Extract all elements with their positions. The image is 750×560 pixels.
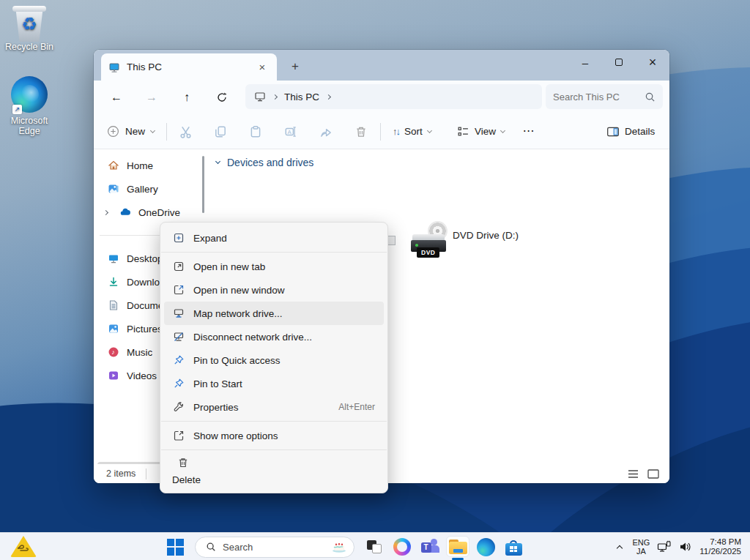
pictures-icon [108, 323, 119, 335]
menu-item-open-in-new-window[interactable]: Open in new window [164, 278, 384, 302]
search-highlight-cake-icon [332, 541, 346, 553]
volume-icon[interactable] [679, 541, 692, 553]
new-button[interactable]: New [107, 125, 155, 138]
taskbar: Search T [0, 532, 750, 560]
sidebar-scrollbar[interactable] [202, 156, 204, 213]
forward-button[interactable]: → [139, 86, 164, 109]
view-button[interactable]: View [457, 125, 505, 138]
teams-button[interactable]: T [416, 533, 444, 560]
chevron-down-icon [500, 127, 505, 132]
sidebar-item-gallery[interactable]: Gallery [97, 178, 203, 200]
new-tab-button[interactable]: + [286, 57, 305, 76]
file-explorer-icon [449, 540, 467, 554]
menu-item-expand[interactable]: Expand [164, 226, 384, 250]
sidebar-item-label: Gallery [127, 184, 158, 195]
this-pc-tab-icon [108, 61, 120, 73]
maximize-button[interactable] [602, 50, 636, 75]
expand-chevron-icon[interactable] [103, 209, 108, 214]
svg-text:A: A [288, 129, 292, 135]
search-placeholder: Search This PC [553, 92, 620, 102]
tab-this-pc[interactable]: This PC × [101, 53, 277, 81]
microsoft-store-icon [505, 540, 522, 556]
menu-separator [161, 421, 387, 422]
sidebar-item-home[interactable]: Home [97, 154, 203, 176]
taskbar-search[interactable]: Search [195, 537, 354, 558]
desktop: ♻ Recycle Bin ↗ Microsoft Edge This PC ×… [0, 0, 750, 560]
clock[interactable]: 7:48 PM 11/26/2025 [699, 537, 746, 557]
start-button[interactable] [161, 533, 189, 560]
language-indicator[interactable]: ENG JA [632, 538, 650, 556]
copilot-icon [393, 538, 411, 556]
microsoft-store-button[interactable] [500, 533, 527, 560]
copilot-button[interactable] [388, 533, 416, 560]
delete-icon [354, 125, 368, 138]
task-view-button[interactable] [360, 533, 388, 560]
sidebar-item-label: OneDrive [138, 207, 180, 218]
pin-icon [173, 354, 185, 366]
menu-item-properties[interactable]: Properties Alt+Enter [164, 395, 384, 419]
language-line2: JA [632, 547, 650, 556]
cut-button[interactable] [177, 123, 194, 141]
menu-item-label: Open in new tab [193, 261, 265, 272]
details-view-icon[interactable] [628, 469, 639, 479]
minimize-button[interactable]: – [568, 50, 602, 75]
section-devices-and-drives[interactable]: Devices and drives [216, 157, 313, 168]
sort-button[interactable]: ↑↓ Sort [393, 126, 431, 137]
svg-text:♪: ♪ [111, 348, 115, 356]
new-plus-icon [107, 125, 119, 138]
sidebar-item-onedrive[interactable]: OneDrive [97, 201, 203, 223]
refresh-button[interactable] [209, 86, 234, 109]
breadcrumb-location[interactable]: This PC [284, 92, 319, 102]
back-button[interactable]: ← [104, 86, 129, 109]
context-menu: Expand Open in new tab Open in new windo… [160, 222, 388, 493]
onedrive-icon [119, 206, 131, 218]
copy-button[interactable] [212, 123, 229, 141]
documents-icon [108, 299, 119, 311]
desktop-icon-microsoft-edge[interactable]: ↗ Microsoft Edge [3, 76, 56, 136]
share-button[interactable] [317, 123, 335, 141]
details-button[interactable]: Details [606, 125, 655, 138]
breadcrumb[interactable]: This PC [245, 84, 542, 109]
shortcut-arrow-icon: ↗ [12, 105, 22, 114]
menu-item-delete[interactable]: Delete [160, 452, 387, 493]
search-input[interactable]: Search This PC [546, 84, 663, 109]
breadcrumb-chevron-icon[interactable] [326, 94, 331, 99]
drive-name: DVD Drive (D:) [453, 230, 519, 241]
file-explorer-button[interactable] [444, 533, 472, 560]
rename-button[interactable]: A [282, 123, 300, 141]
gallery-icon [108, 183, 119, 195]
menu-shortcut: Alt+Enter [338, 402, 375, 412]
open-in-new-tab-icon [173, 261, 185, 272]
menu-item-label: Delete [172, 474, 376, 485]
desktop-icon-recycle-bin[interactable]: ♻ Recycle Bin [3, 6, 56, 52]
up-button[interactable]: ↑ [174, 86, 199, 109]
menu-item-pin-to-quick-access[interactable]: Pin to Quick access [164, 348, 384, 372]
network-tray-icon[interactable] [657, 540, 672, 553]
drive-dvd[interactable]: DVD DVD Drive (D:) [411, 221, 565, 259]
tab-close-button[interactable]: × [255, 60, 270, 75]
large-icons-view-icon[interactable] [647, 469, 659, 479]
view-label: View [475, 126, 496, 137]
home-icon [108, 160, 119, 171]
search-icon [645, 92, 656, 102]
edge-label: Microsoft Edge [7, 116, 52, 136]
paste-button[interactable] [247, 123, 264, 141]
sidebar-item-label: Home [127, 160, 153, 171]
copy-icon [214, 125, 227, 138]
collapse-chevron-icon[interactable] [215, 159, 220, 164]
delete-button[interactable] [352, 123, 370, 141]
menu-item-disconnect-network-drive[interactable]: Disconnect network drive... [164, 325, 384, 348]
weather-widget[interactable] [10, 536, 38, 558]
edge-button[interactable] [472, 533, 500, 560]
more-options-button[interactable]: ⋯ [520, 122, 538, 139]
expand-icon [173, 232, 185, 244]
menu-item-pin-to-start[interactable]: Pin to Start [164, 372, 384, 395]
tray-overflow-chevron-icon[interactable] [617, 545, 623, 550]
close-button[interactable]: × [636, 50, 669, 75]
menu-item-map-network-drive[interactable]: Map network drive... [164, 302, 384, 325]
menu-item-show-more-options[interactable]: Show more options [164, 424, 384, 447]
ellipsis-icon: ⋯ [523, 124, 535, 138]
menu-item-open-in-new-tab[interactable]: Open in new tab [164, 255, 384, 278]
section-header-label: Devices and drives [227, 157, 313, 168]
menu-item-label: Map network drive... [193, 308, 283, 319]
